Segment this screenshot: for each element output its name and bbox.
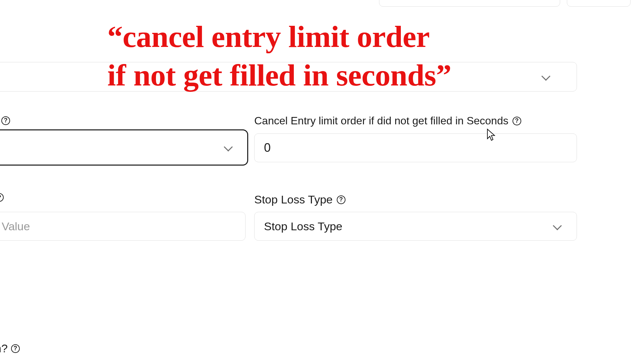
annotation-line-2: if not get filled in seconds”: [107, 56, 451, 95]
annotation-line-1: “cancel entry limit order: [107, 17, 451, 56]
bottom-label-text-partial: n?: [0, 342, 8, 355]
cancel-entry-label-row: Cancel Entry limit order if did not get …: [254, 115, 521, 127]
help-icon[interactable]: ?: [0, 193, 4, 202]
stop-loss-type-dropdown[interactable]: Stop Loss Type: [254, 212, 577, 241]
stop-loss-type-value: Stop Loss Type: [264, 220, 342, 233]
chevron-down-icon: [542, 74, 550, 79]
left-field-label-partial: e ?: [0, 114, 10, 127]
cancel-entry-value: 0: [264, 141, 271, 155]
left-field-label-partial-2: ?: [0, 193, 4, 202]
chevron-down-icon: [553, 224, 561, 229]
left-dropdown-focused[interactable]: [0, 129, 248, 166]
top-right-fields: [379, 0, 631, 7]
help-icon[interactable]: ?: [513, 117, 521, 125]
annotation-overlay: “cancel entry limit order if not get fil…: [107, 17, 451, 95]
cancel-entry-seconds-input[interactable]: 0: [254, 133, 577, 162]
chevron-down-icon: [224, 145, 232, 150]
stop-loss-type-label: Stop Loss Type: [254, 193, 333, 206]
bottom-field-label-partial: n? ?: [0, 342, 20, 355]
help-icon[interactable]: ?: [1, 116, 10, 125]
help-icon[interactable]: ?: [11, 344, 20, 353]
stop-loss-type-label-row: Stop Loss Type ?: [254, 193, 345, 206]
top-right-input-1[interactable]: [379, 0, 560, 7]
top-right-input-2[interactable]: [567, 0, 631, 7]
cancel-entry-label: Cancel Entry limit order if did not get …: [254, 115, 508, 127]
help-icon[interactable]: ?: [337, 195, 345, 204]
value-placeholder: Value: [2, 220, 30, 233]
left-value-input[interactable]: Value: [0, 212, 246, 241]
